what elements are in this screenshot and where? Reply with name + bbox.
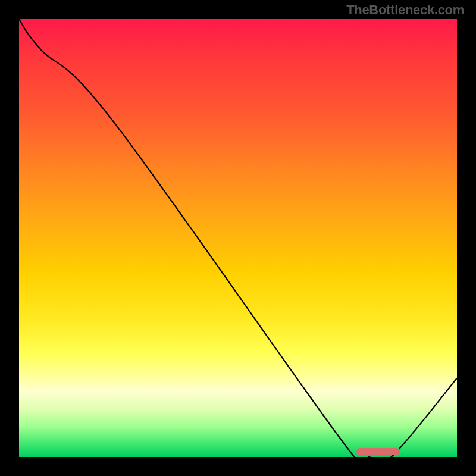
bottleneck-curve: [19, 19, 457, 457]
optimal-range-marker: [356, 448, 400, 455]
attribution-text: TheBottleneck.com: [346, 2, 464, 18]
curve-path: [19, 19, 457, 457]
plot-area: [19, 19, 457, 457]
